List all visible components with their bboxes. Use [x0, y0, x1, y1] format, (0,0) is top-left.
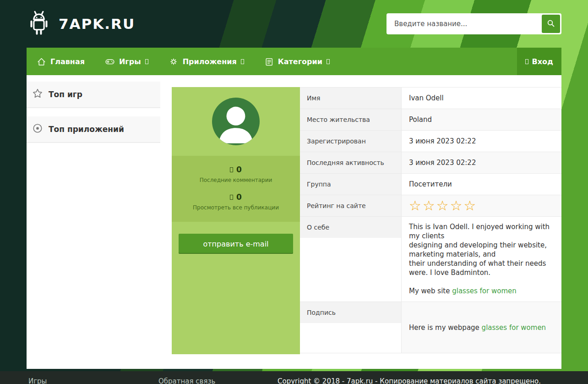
nav-item-apps[interactable]: Приложения [158, 48, 254, 75]
row-label-location: Место жительства [300, 109, 401, 130]
table-row: Место жительства Poland [300, 109, 561, 131]
footer-copyright: Copyright © 2018 - 7apk.ru - Копирование… [278, 377, 561, 384]
row-value-name: Ivan Odell [402, 88, 561, 109]
eye-icon [230, 195, 233, 200]
row-label-name: Имя [300, 88, 401, 109]
stat-publications: 0 Просмотреть все публикации [176, 192, 295, 211]
nav-label-apps: Приложения [183, 57, 237, 66]
sidebar-label-top-games: Топ игр [49, 90, 82, 99]
row-label-group: Группа [300, 174, 401, 195]
caret-down-icon [327, 59, 330, 64]
row-label-signature: Подпись [300, 302, 401, 323]
nav-item-categories[interactable]: Категории [254, 48, 340, 75]
row-label-last-activity: Последняя активность [300, 152, 401, 173]
publications-count: 0 [236, 192, 242, 202]
table-row: Зарегистрирован 3 июня 2023 02:22 [300, 131, 561, 152]
nav-label-games: Игры [119, 57, 141, 66]
logo-text: 7APK.RU [59, 16, 135, 32]
about-text-line: their understanding of what their needs … [409, 259, 554, 277]
row-value-group: Посетители [402, 174, 561, 195]
sidebar-item-top-games[interactable]: Топ игр [27, 82, 160, 108]
caret-down-icon [145, 59, 148, 64]
email-section: отправить e-mail [172, 222, 300, 266]
signature-link[interactable]: glasses for women [482, 324, 546, 332]
avatar [212, 98, 260, 145]
row-value-signature: Here is my webpage glasses for women [402, 302, 561, 353]
signature-prefix: Here is my webpage [409, 324, 482, 332]
table-row-about: О себе This is Ivan Odell. I enjoyed wor… [300, 217, 561, 302]
android-robot-icon [27, 10, 51, 38]
comments-link[interactable]: Последние комментарии [176, 177, 295, 183]
gamepad-icon [105, 56, 115, 66]
login-label: Вход [532, 57, 553, 66]
footer-link-feedback[interactable]: Обратная связь [158, 377, 215, 384]
nav-item-home[interactable]: Главная [27, 48, 95, 75]
home-icon [37, 57, 46, 66]
profile-left-filler [172, 266, 300, 354]
book-icon [264, 57, 274, 66]
profile-left-column: 0 Последние комментарии 0 Просмотреть вс… [172, 87, 300, 354]
sidebar-item-top-apps[interactable]: Топ приложений [27, 116, 160, 143]
nav-label-home: Главная [50, 57, 85, 66]
sidebar: Топ игр Топ приложений [27, 82, 160, 354]
row-value-registered: 3 июня 2023 02:22 [402, 131, 561, 152]
table-row: Группа Посетители [300, 174, 561, 195]
user-profile-panel: 0 Последние комментарии 0 Просмотреть вс… [172, 87, 561, 354]
about-text-line: This is Ivan Odell. I enjoyed working wi… [409, 222, 554, 241]
caret-down-icon [241, 59, 244, 64]
table-row: Последняя активность 3 июня 2023 02:22 [300, 152, 561, 174]
profile-stats: 0 Последние комментарии 0 Просмотреть вс… [172, 156, 300, 222]
gear-icon [169, 56, 179, 66]
user-icon [212, 104, 260, 145]
row-value-last-activity: 3 июня 2023 02:22 [402, 152, 561, 173]
rating-stars[interactable]: ☆☆☆☆☆ [409, 199, 477, 213]
row-value-location: Poland [402, 109, 561, 130]
main-nav: Главная Игры Приложения [27, 48, 561, 75]
profile-info-table: Имя Ivan Odell Место жительства Poland З… [300, 87, 561, 354]
comments-count: 0 [236, 165, 242, 174]
sidebar-label-top-apps: Топ приложений [49, 125, 124, 134]
target-icon [32, 123, 43, 136]
site-header: 7APK.RU [0, 0, 588, 48]
row-label-rating: Рейтинг на сайте [300, 195, 401, 216]
stat-comments: 0 Последние комментарии [176, 165, 295, 183]
row-label-about: О себе [300, 217, 401, 238]
search-box [387, 13, 561, 34]
table-row: Имя Ivan Odell [300, 88, 561, 109]
about-text-line: designing and developing their website, … [409, 241, 554, 259]
site-logo[interactable]: 7APK.RU [27, 10, 135, 38]
table-row-rating: Рейтинг на сайте ☆☆☆☆☆ [300, 195, 561, 217]
about-website-prefix: My web site [409, 287, 452, 295]
row-label-registered: Зарегистрирован [300, 131, 401, 152]
about-website-link[interactable]: glasses for women [452, 287, 517, 295]
site-footer: Игры Обратная связь Copyright © 2018 - 7… [0, 371, 588, 384]
star-outline-icon [32, 88, 43, 101]
nav-label-categories: Категории [278, 57, 322, 66]
search-input[interactable] [388, 20, 542, 28]
table-row-signature: Подпись Here is my webpage glasses for w… [300, 302, 561, 353]
content-area: Топ игр Топ приложений [27, 75, 561, 369]
send-email-button[interactable]: отправить e-mail [179, 234, 293, 254]
comment-icon [230, 167, 233, 172]
nav-item-games[interactable]: Игры [95, 48, 158, 75]
row-value-about: This is Ivan Odell. I enjoyed working wi… [402, 217, 561, 302]
footer-link-games[interactable]: Игры [27, 377, 158, 384]
publications-link[interactable]: Просмотреть все публикации [176, 204, 295, 211]
login-icon [525, 59, 528, 64]
search-button[interactable] [542, 15, 560, 33]
search-icon [547, 19, 555, 29]
main-column: 0 Последние комментарии 0 Просмотреть вс… [172, 82, 561, 354]
avatar-section [172, 87, 300, 156]
login-button[interactable]: Вход [517, 48, 561, 75]
